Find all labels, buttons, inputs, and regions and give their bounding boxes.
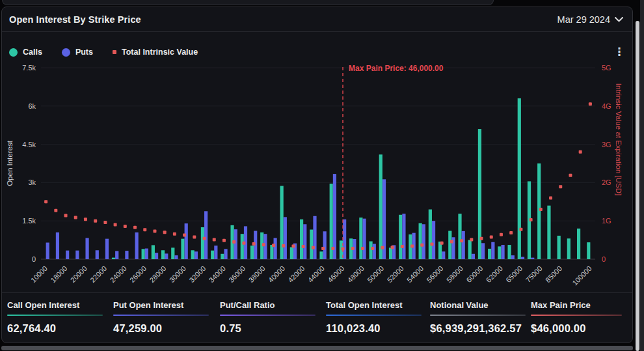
puts-bar-43000 xyxy=(313,216,316,259)
y-right-axis-title: Intrinsic Value at Expiration [USD] xyxy=(615,83,623,195)
puts-bar-10000 xyxy=(46,243,49,259)
stat-value: 47,259.00 xyxy=(113,322,215,335)
stat-label: Total Open Interest xyxy=(326,300,425,310)
calls-bar-34000 xyxy=(221,254,224,259)
puts-bar-24000 xyxy=(125,251,128,259)
calls-bar-48000 xyxy=(359,218,362,259)
puts-bar-32000 xyxy=(204,211,208,259)
intrinsic-dot-64000 xyxy=(509,231,513,234)
x-tick-label-50000: 50000 xyxy=(366,264,385,284)
calls-bar-58000 xyxy=(458,214,461,259)
x-tick-label-85000: 85000 xyxy=(544,264,563,284)
intrinsic-dot-36000 xyxy=(242,242,245,245)
intrinsic-dot-51000 xyxy=(391,246,394,249)
intrinsic-dot-30000 xyxy=(183,233,186,236)
y-left-tick: 4.5k xyxy=(22,141,36,148)
intrinsic-dot-70000 xyxy=(530,218,533,221)
calls-bar-39000 xyxy=(270,245,273,259)
open-interest-chart[interactable]: 001.5k1G3k2G4.5k3G6k4G7.5k5GOpen Interes… xyxy=(2,7,632,294)
calls-bar-57000 xyxy=(448,231,451,259)
puts-bar-22000 xyxy=(105,239,109,259)
x-tick-label-40000: 40000 xyxy=(267,264,286,284)
calls-bar-36000 xyxy=(241,234,244,259)
intrinsic-dot-90000 xyxy=(569,174,572,177)
y-right-tick: 5G xyxy=(602,64,611,72)
calls-bar-55000 xyxy=(429,210,432,259)
y-right-tick: 2G xyxy=(602,178,611,186)
puts-bar-62000 xyxy=(501,245,504,259)
intrinsic-dot-45000 xyxy=(331,247,334,250)
x-tick-label-24000: 24000 xyxy=(109,264,128,284)
intrinsic-dot-26000 xyxy=(143,228,146,231)
x-tick-label-65000: 65000 xyxy=(504,264,524,284)
bottom-scrollbar[interactable] xyxy=(1,346,633,350)
intrinsic-dot-25000 xyxy=(133,226,137,229)
intrinsic-dot-85000 xyxy=(559,185,562,188)
intrinsic-dot-62000 xyxy=(500,233,503,236)
stat-underline xyxy=(113,315,209,316)
intrinsic-dot-37000 xyxy=(252,242,256,246)
intrinsic-dot-52000 xyxy=(401,245,404,248)
intrinsic-dot-28000 xyxy=(163,231,167,234)
x-tick-label-75000: 75000 xyxy=(524,264,544,284)
x-tick-label-58000: 58000 xyxy=(445,264,464,284)
puts-bar-55000 xyxy=(432,221,435,259)
puts-bar-44000 xyxy=(323,231,327,259)
stat-value: $46,000.00 xyxy=(531,322,633,335)
stat-put-call-ratio: Put/Call Ratio0.75 xyxy=(215,293,321,343)
puts-bar-29000 xyxy=(174,255,178,259)
intrinsic-dot-32000 xyxy=(203,237,206,240)
intrinsic-dot-41000 xyxy=(291,245,295,248)
calls-bar-64000 xyxy=(507,245,511,259)
intrinsic-dot-65000 xyxy=(519,228,522,231)
intrinsic-dot-60000 xyxy=(480,237,483,240)
vertical-scrollbar[interactable] xyxy=(636,21,639,351)
x-tick-label-48000: 48000 xyxy=(346,264,366,284)
intrinsic-dot-48000 xyxy=(361,247,364,250)
x-tick-label-10000: 10000 xyxy=(29,264,49,284)
stat-put-open-interest: Put Open Interest47,259.00 xyxy=(108,293,215,343)
calls-bar-80000 xyxy=(547,206,550,259)
puts-bar-30000 xyxy=(185,223,188,259)
y-left-axis-title: Open Interest xyxy=(6,140,14,186)
max-pain-label: Max Pain Price: 46,000.00 xyxy=(349,64,444,73)
calls-bar-65000 xyxy=(518,98,521,259)
y-left-tick: 7.5k xyxy=(22,64,36,72)
stat-label: Put Open Interest xyxy=(113,300,215,310)
x-tick-label-22000: 22000 xyxy=(88,264,108,284)
intrinsic-dot-39000 xyxy=(272,244,275,247)
intrinsic-dot-43000 xyxy=(312,246,315,249)
puts-bar-40000 xyxy=(284,217,287,259)
intrinsic-dot-34000 xyxy=(222,239,226,242)
x-tick-label-30000: 30000 xyxy=(168,264,187,284)
x-tick-label-42000: 42000 xyxy=(286,264,306,284)
stat-total-open-interest: Total Open Interest110,023.40 xyxy=(321,293,425,343)
intrinsic-dot-75000 xyxy=(539,208,543,211)
puts-bar-26000 xyxy=(145,249,148,259)
calls-bar-62000 xyxy=(498,246,501,259)
intrinsic-dot-19000 xyxy=(74,216,77,219)
puts-bar-34000 xyxy=(224,249,227,259)
intrinsic-dot-57000 xyxy=(450,240,453,243)
x-tick-label-32000: 32000 xyxy=(187,264,207,284)
window-edge xyxy=(640,0,644,351)
stat-underline xyxy=(220,315,315,316)
calls-bar-37000 xyxy=(250,246,254,259)
intrinsic-dot-22000 xyxy=(103,221,107,224)
intrinsic-dot-31000 xyxy=(193,235,196,238)
puts-bar-70000 xyxy=(531,258,534,259)
puts-bar-28000 xyxy=(165,253,168,259)
stat-underline xyxy=(430,315,526,316)
intrinsic-dot-10000 xyxy=(44,200,47,203)
calls-bar-42000 xyxy=(300,219,303,259)
puts-bar-65000 xyxy=(521,257,524,259)
calls-bar-50000 xyxy=(379,154,382,259)
intrinsic-dot-59000 xyxy=(470,238,473,242)
x-tick-label-52000: 52000 xyxy=(386,264,405,284)
intrinsic-dot-24000 xyxy=(124,225,127,228)
calls-bar-43000 xyxy=(310,230,313,259)
intrinsic-dot-29000 xyxy=(173,232,176,236)
y-left-tick: 1.5k xyxy=(22,217,36,225)
calls-bar-75000 xyxy=(537,163,541,259)
intrinsic-dot-49000 xyxy=(371,247,374,250)
